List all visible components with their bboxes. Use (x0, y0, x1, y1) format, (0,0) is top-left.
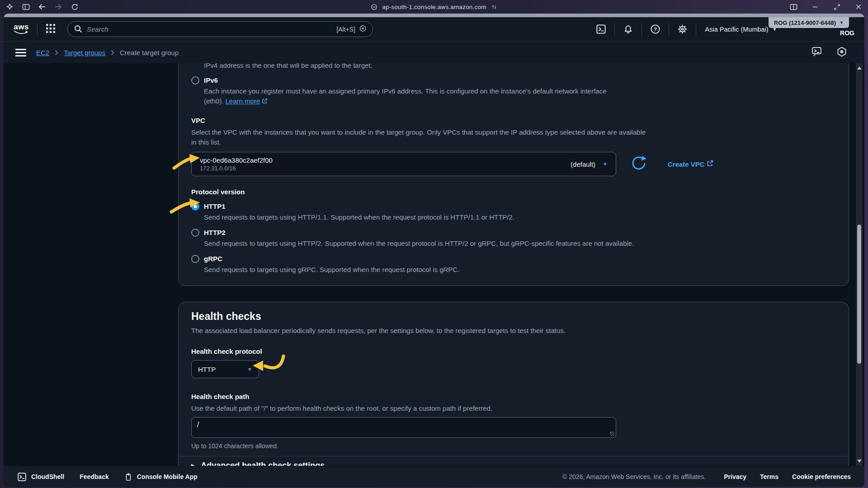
chevron-right-icon (55, 50, 58, 56)
chevron-down-icon: ▼ (603, 161, 608, 167)
breadcrumb-target-groups[interactable]: Target groups (64, 49, 105, 56)
account-tab-label: ROG (1214-9007-6448) (774, 19, 836, 26)
footer-terms[interactable]: Terms (760, 473, 778, 480)
chevron-down-icon: ▼ (840, 20, 844, 25)
svg-text:?: ? (653, 27, 656, 32)
chevron-down-icon: ▼ (247, 366, 252, 372)
site-permissions-icon[interactable] (371, 4, 377, 10)
vpc-description: Select the VPC with the instances that y… (191, 127, 650, 147)
browser-viewport: ROG (1214-9007-6448) ▼ aws [Alt+S] (4, 14, 864, 487)
resize-handle[interactable] (610, 432, 614, 436)
radio-ipv6[interactable]: IPv6 (191, 75, 836, 85)
health-check-protocol-select[interactable]: HTTP ▼ (191, 360, 259, 378)
apps-grid-icon[interactable] (46, 23, 56, 35)
reload-button[interactable] (70, 2, 80, 12)
footer-privacy[interactable]: Privacy (724, 473, 746, 480)
divider (37, 23, 38, 36)
scrollbar-thumb[interactable] (857, 225, 861, 364)
account-name: ROG (840, 29, 854, 37)
health-checks-description: The associated load balancer periodicall… (191, 326, 836, 336)
vpc-default-tag: (default) (571, 160, 595, 168)
external-link-icon (707, 160, 713, 168)
amazon-q-chat-panel-icon[interactable] (811, 46, 823, 59)
health-check-path-description: Use the default path of "/" to perform h… (191, 404, 836, 413)
refresh-button[interactable] (630, 154, 648, 174)
scroll-up-arrow[interactable] (857, 66, 862, 70)
scrollbar[interactable] (856, 63, 863, 466)
copyright-text: © 2026, Amazon Web Services, Inc. or its… (562, 473, 706, 480)
http1-description: Send requests to targets using HTTP/1.1.… (204, 212, 836, 222)
forward-button[interactable] (53, 2, 63, 12)
main-content: IPv4 address is the one that will be app… (4, 63, 864, 466)
vpc-select-cidr: 172.31.0.0/16 (200, 164, 273, 172)
footer-cookie-preferences[interactable]: Cookie preferences (792, 473, 851, 480)
breadcrumb-ec2[interactable]: EC2 (36, 49, 49, 56)
breadcrumb: EC2 Target groups Create target group (36, 49, 179, 56)
radio-http1[interactable]: HTTP1 (191, 202, 836, 211)
vpc-select-value: vpc-0ed6a380c2aef2f00 (200, 156, 273, 164)
mobile-app-icon (124, 472, 132, 482)
back-button[interactable] (37, 2, 47, 12)
external-link-icon (262, 97, 268, 107)
amazon-q-badge-icon (359, 24, 367, 34)
radio-http2[interactable]: HTTP2 (191, 228, 836, 238)
create-vpc-link[interactable]: Create VPC (668, 160, 713, 168)
aws-smile-icon (14, 30, 29, 35)
footer-cloudshell[interactable]: CloudShell (17, 472, 64, 482)
radio-circle-icon[interactable] (191, 76, 199, 84)
close-button[interactable] (854, 2, 863, 12)
ipv4-clipped-text: IPv4 address is the one that will be app… (204, 63, 836, 70)
health-checks-title: Health checks (191, 310, 836, 323)
region-label: Asia Pacific (Mumbai) (705, 26, 769, 33)
chevron-right-icon (111, 50, 114, 56)
search-input[interactable] (67, 21, 373, 37)
section-divider (179, 456, 849, 456)
health-check-protocol-value: HTTP (198, 366, 216, 373)
account-menu-tab[interactable]: ROG (1214-9007-6448) ▼ (769, 17, 849, 28)
container-tab-strip (4, 14, 864, 17)
ipv6-description: Each instance you register must have an … (204, 86, 616, 107)
browser-titlebar: ap-south-1.console.aws.amazon.com (0, 0, 868, 14)
footer-feedback[interactable]: Feedback (80, 473, 109, 480)
footer-mobile-app[interactable]: Console Mobile App (124, 472, 198, 482)
console-footer: CloudShell Feedback Console Mobile App ©… (4, 466, 864, 487)
breadcrumb-bar: EC2 Target groups Create target group (4, 42, 864, 63)
health-checks-panel: Health checks The associated load balanc… (178, 302, 849, 466)
minimize-button[interactable] (810, 2, 820, 12)
health-check-protocol-label: Health check protocol (191, 347, 836, 357)
vpc-label: VPC (191, 116, 836, 126)
radio-circle-icon[interactable] (191, 255, 199, 263)
path-constraint-hint: Up to 1024 characters allowed. (191, 442, 836, 450)
aws-logo[interactable]: aws (14, 23, 29, 35)
advanced-settings-toggle[interactable]: ▶ Advanced health check settings (191, 461, 836, 466)
radio-circle-icon[interactable] (191, 229, 199, 237)
side-menu-icon[interactable] (15, 49, 26, 56)
search-shortcut: [Alt+S] (336, 26, 355, 33)
restore-window-button[interactable] (832, 2, 842, 12)
protocol-version-label: Protocol version (191, 187, 836, 197)
settings-gear-icon[interactable] (669, 24, 696, 34)
cloudshell-icon (17, 472, 27, 482)
health-check-path-input[interactable]: / (191, 417, 616, 438)
amazon-q-icon[interactable] (836, 46, 847, 59)
breadcrumb-current: Create target group (120, 49, 179, 56)
scroll-down-arrow[interactable] (857, 460, 862, 463)
aws-top-nav: aws [Alt+S] (4, 17, 864, 42)
help-icon[interactable]: ? (642, 24, 669, 34)
vpc-select[interactable]: vpc-0ed6a380c2aef2f00 172.31.0.0/16 (def… (191, 152, 616, 176)
health-check-path-label: Health check path (191, 392, 836, 402)
url-bar[interactable]: ap-south-1.console.aws.amazon.com (382, 4, 486, 10)
split-view-icon[interactable] (788, 2, 798, 12)
target-type-panel: IPv4 address is the one that will be app… (178, 63, 849, 286)
tab-split-icon[interactable] (491, 4, 497, 10)
search-icon (74, 25, 82, 35)
notifications-bell-icon[interactable] (615, 24, 642, 34)
radio-grpc[interactable]: gRPC (191, 254, 836, 264)
sidebar-toggle-icon[interactable] (21, 2, 31, 12)
radio-selected-icon[interactable] (191, 202, 199, 211)
disclosure-triangle-icon: ▶ (191, 463, 195, 466)
browser-logo-icon (5, 2, 14, 12)
learn-more-link[interactable]: Learn more (226, 97, 268, 105)
cloudshell-icon[interactable] (588, 24, 614, 34)
search-bar: [Alt+S] (67, 21, 373, 37)
